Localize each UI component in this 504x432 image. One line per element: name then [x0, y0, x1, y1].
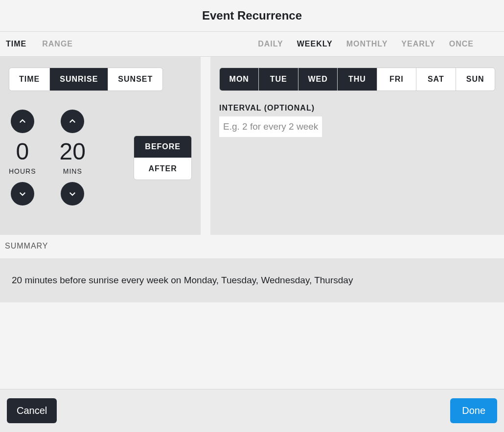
left-tabs: TIME RANGE — [6, 40, 73, 48]
recurrence-panel: MON TUE WED THU FRI SAT SUN INTERVAL (OP… — [210, 57, 504, 235]
hours-spinner: 0 HOURS — [9, 110, 36, 205]
mins-spinner: 20 MINS — [60, 110, 86, 205]
day-selector: MON TUE WED THU FRI SAT SUN — [219, 68, 495, 91]
day-sat-button[interactable]: SAT — [416, 68, 456, 91]
page-title: Event Recurrence — [0, 9, 504, 23]
header: Event Recurrence — [0, 0, 504, 32]
time-pickers: 0 HOURS 20 MINS BEFORE AFTER — [9, 110, 192, 205]
mins-up-button[interactable] — [61, 110, 84, 133]
summary-box: 20 minutes before sunrise every week on … — [0, 258, 504, 302]
time-mode-segment: TIME SUNRISE SUNSET — [9, 68, 163, 91]
tab-yearly[interactable]: YEARLY — [401, 40, 435, 48]
footer: Cancel Done — [0, 389, 504, 432]
summary-label: SUMMARY — [5, 242, 499, 250]
cancel-button[interactable]: Cancel — [7, 398, 57, 423]
day-fri-button[interactable]: FRI — [377, 68, 416, 91]
hours-down-button[interactable] — [11, 182, 34, 205]
interval-label: INTERVAL (OPTIONAL) — [219, 104, 495, 113]
chevron-up-icon — [18, 117, 27, 126]
tab-once[interactable]: ONCE — [449, 40, 474, 48]
time-mode-sunset-button[interactable]: SUNSET — [108, 68, 162, 91]
frequency-tabs: DAILY WEEKLY MONTHLY YEARLY ONCE — [258, 40, 498, 48]
day-thu-button[interactable]: THU — [338, 68, 377, 91]
tab-range[interactable]: RANGE — [42, 40, 73, 48]
tab-time[interactable]: TIME — [6, 40, 26, 48]
day-wed-button[interactable]: WED — [298, 68, 338, 91]
done-button[interactable]: Done — [450, 398, 497, 423]
day-sun-button[interactable]: SUN — [456, 68, 495, 91]
tab-daily[interactable]: DAILY — [258, 40, 283, 48]
tabs-row: TIME RANGE DAILY WEEKLY MONTHLY YEARLY O… — [0, 32, 504, 57]
hours-up-button[interactable] — [11, 110, 34, 133]
time-panel: TIME SUNRISE SUNSET 0 HOURS 20 MINS — [0, 57, 201, 235]
time-mode-sunrise-button[interactable]: SUNRISE — [50, 68, 108, 91]
offset-after-button[interactable]: AFTER — [134, 158, 191, 180]
tab-weekly[interactable]: WEEKLY — [297, 40, 333, 48]
chevron-down-icon — [18, 189, 27, 198]
mins-down-button[interactable] — [61, 182, 84, 205]
hours-label: HOURS — [9, 167, 36, 175]
interval-input[interactable] — [219, 116, 322, 137]
chevron-up-icon — [68, 117, 77, 126]
summary-section: SUMMARY 20 minutes before sunrise every … — [0, 235, 504, 310]
panels: TIME SUNRISE SUNSET 0 HOURS 20 MINS — [0, 57, 504, 235]
mins-label: MINS — [63, 167, 82, 175]
day-tue-button[interactable]: TUE — [259, 68, 298, 91]
offset-before-button[interactable]: BEFORE — [134, 136, 191, 158]
day-mon-button[interactable]: MON — [220, 68, 259, 91]
time-mode-time-button[interactable]: TIME — [9, 68, 50, 91]
hours-value: 0 — [16, 140, 29, 163]
offset-segment: BEFORE AFTER — [134, 136, 192, 180]
summary-text: 20 minutes before sunrise every week on … — [12, 275, 492, 286]
tab-monthly[interactable]: MONTHLY — [346, 40, 388, 48]
chevron-down-icon — [68, 189, 77, 198]
mins-value: 20 — [60, 140, 86, 163]
